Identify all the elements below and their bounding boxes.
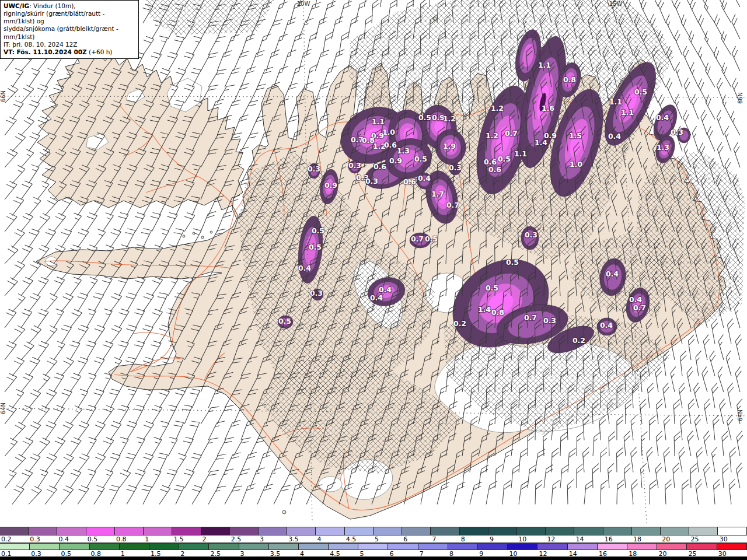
precip-value-label: 0.3 [449,163,462,172]
colorbar-segment [269,544,299,550]
precip-value-label: 0.4 [600,321,613,330]
precip-value-label: 0.7 [505,129,518,138]
header-line-5-valid-time: VT: Fös. 11.10.2024 00Z (+60 h) [4,48,135,56]
precip-value-label: 1.1 [372,117,385,126]
colorbar-segment [374,527,402,535]
colorbar-segment [316,527,344,535]
colorbar-segment [29,527,57,535]
precip-value-label: 0.6 [403,177,416,186]
precip-value-label: 0.9 [324,181,337,190]
precip-value-label: 1.5 [569,131,582,140]
precip-value-label: 1.1 [609,97,622,106]
colorbar-segment [57,527,86,535]
precip-value-label: 1.0 [570,160,582,169]
colorbar-segment [201,527,230,535]
precip-value-label: 0.4 [370,293,383,302]
colorbar-segment [418,544,448,550]
precip-value-label: 0.4 [608,132,621,141]
precip-value-label: 0.2 [453,319,466,328]
colorbar-segment [478,544,508,550]
colorbar-segment [603,527,632,535]
precip-value-label: 1.1 [514,149,527,158]
precip-value-label: 0.3 [365,177,378,186]
colorbar-segment [402,527,431,535]
colorbar-segment [574,527,603,535]
forecast-header-box: UWC/IG: Vindur (10m), rigning/skúrir (gr… [0,0,139,59]
precip-value-label: 0.4 [606,270,619,278]
precip-value-label: 1.9 [443,142,456,150]
precip-value-label: 0.8 [491,308,504,317]
precip-value-label: 0.5 [498,155,511,163]
precip-value-label: 0.5 [418,113,431,122]
header-line-4-init-time: IT: þri. 08. 10. 2024 12Z [4,41,135,48]
colorbar-segment [661,527,689,535]
colorbar-segment [345,527,374,535]
colorbar-segment [0,544,30,550]
precip-value-label: 1.4 [535,138,547,147]
colorbar-segment [0,527,29,535]
island [282,510,286,514]
colorbar-segment [115,527,144,535]
precip-value-label: 0.4 [418,174,431,183]
latitude-label: 66N [0,90,6,102]
colorbar-segment [508,544,537,550]
island [193,232,195,235]
precip-value-label: 0.5 [312,226,324,235]
colorbar-segment [90,544,120,550]
precip-value-label: 1.1 [538,61,551,69]
colorbar-segment [657,544,687,550]
precip-value-label: 0.8 [563,75,576,84]
precip-value-label: 0.5 [634,88,647,96]
bottom-black-bar [0,556,747,560]
precip-value-label: 1.7 [431,190,444,198]
precip-value-label: 1.2 [491,104,504,113]
precip-value-label: 0.5 [309,243,322,251]
precip-value-label: 0.4 [298,264,311,272]
precip-value-label: 1.2 [486,131,498,140]
precip-value-label: 0.6 [488,165,501,174]
precip-value-label: 0.3 [348,161,361,170]
colorbar-segment [120,544,149,550]
island [210,231,212,233]
colorbar-segment [546,527,574,535]
precip-value-label: 0.3 [525,230,537,239]
precip-value-label: 0.6 [384,141,397,149]
precip-value-label: 1.0 [382,128,395,136]
precip-value-label: 1.4 [478,305,491,314]
precip-value-label: 0.7 [633,303,646,312]
colorbar-segment [718,527,746,535]
colorbar-segment [60,544,89,550]
colorbar-segment [30,544,60,550]
precip-value-label: 0.9 [389,156,402,165]
header-line-1: UWC/IG: Vindur (10m), [4,2,135,10]
precip-value-label: 0.3 [543,316,556,325]
precip-value-label: 0.5 [414,155,427,163]
precip-value-label: 1.1 [621,108,634,117]
colorbar-segment [209,544,239,550]
precip-value-label: 1.3 [657,143,669,152]
colorbar-segment [431,527,459,535]
precip-value-label: 0.7 [524,313,537,322]
longitude-label: 15W [609,1,623,7]
precip-value-label: 1.3 [397,146,410,155]
precip-value-label: 0.3 [308,164,320,173]
colorbar-segment [687,544,717,550]
latitude-label: 64N [0,402,6,414]
colorbar-segment [230,527,259,535]
colorbar-segment [259,527,287,535]
colorbar-segment [299,544,329,550]
product-title: UWC/IG [4,2,29,9]
colorbar-segment [537,544,567,550]
colorbar-segment [239,544,269,550]
precip-value-label: 0.7 [411,235,424,243]
colorbar-segment [460,527,488,535]
precip-value-label: 0.4 [629,295,642,304]
rain-colorbar [0,543,747,550]
weather-map-page: 0.50.91.21.11.00.90.70.81.20.61.31.90.90… [0,0,747,560]
longitude-label: 20W [297,1,310,7]
colorbar-segment [329,544,358,550]
precip-value-label: 0.6 [374,162,386,171]
colorbar-segment [448,544,478,550]
colorbar-segment [517,527,546,535]
colorbar-segment [86,527,115,535]
